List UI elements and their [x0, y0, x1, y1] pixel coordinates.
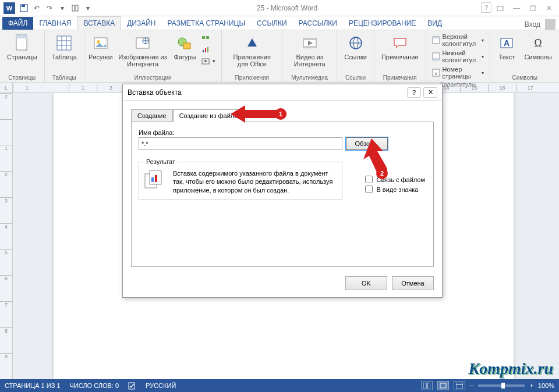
status-page[interactable]: СТРАНИЦА 1 ИЗ 1 [5, 382, 61, 389]
view-print-icon[interactable] [437, 381, 449, 390]
chart-button[interactable] [200, 44, 217, 55]
pictures-button[interactable]: Рисунки [89, 33, 112, 62]
zoom-in-icon[interactable]: + [529, 382, 533, 389]
page-number-icon: # [432, 68, 440, 77]
svg-point-14 [97, 40, 100, 44]
svg-rect-27 [303, 38, 316, 40]
group-illustrations: Рисунки Изображения из Интернета Фигуры … [84, 30, 222, 82]
tab-insert[interactable]: ВСТАВКА [77, 16, 121, 30]
tab-file[interactable]: ФАЙЛ [2, 17, 33, 30]
svg-rect-19 [202, 36, 205, 39]
shapes-button[interactable]: Фигуры [173, 33, 196, 62]
online-video-button[interactable]: Видео из Интернета [287, 33, 332, 69]
zoom-level[interactable]: 100% [538, 382, 554, 389]
view-read-icon[interactable] [421, 381, 433, 390]
ribbon-display-icon[interactable] [493, 2, 508, 14]
avatar-icon [545, 19, 556, 30]
smartart-icon [201, 33, 210, 42]
svg-rect-7 [16, 35, 27, 38]
screenshot-button[interactable]: ▾ [200, 56, 217, 66]
help-icon[interactable]: ? [481, 2, 491, 13]
maximize-icon[interactable] [525, 2, 540, 14]
svg-rect-48 [440, 383, 446, 388]
title-bar: W ↶ ↷ ▾ ▾ 25 - Microsoft Word ? — ✕ [0, 0, 559, 16]
pages-button[interactable]: Страницы [5, 33, 40, 62]
table-button[interactable]: Таблица [49, 33, 79, 62]
annotation-arrow-1: 1 [231, 104, 289, 124]
tab-references[interactable]: ССЫЛКИ [251, 17, 292, 30]
close-icon[interactable]: ✕ [542, 2, 557, 14]
symbols-button[interactable]: Ω Символы [522, 33, 554, 62]
watermark: Kompmix.ru [469, 359, 553, 378]
filename-input[interactable] [139, 137, 342, 150]
undo-icon[interactable]: ↶ [31, 3, 42, 13]
dialog-tab-create[interactable]: Создание [131, 109, 173, 122]
vertical-ruler[interactable]: 2123456789 [0, 93, 13, 379]
ribbon: Страницы Страницы Таблица Таблицы Рисунк… [0, 30, 559, 83]
tab-design[interactable]: ДИЗАЙН [121, 17, 161, 30]
footer-button[interactable]: Нижний колонтитул▾ [431, 49, 486, 64]
pictures-icon [91, 34, 110, 52]
apps-button[interactable]: Приложения для Office [227, 33, 277, 69]
group-comments: Примечание Примечания [374, 30, 426, 82]
qat-dropdown-icon[interactable]: ▾ [83, 3, 93, 13]
ruler-corner: L [0, 83, 13, 93]
group-links: Ссылки Ссылки [337, 30, 374, 82]
svg-rect-5 [530, 6, 535, 10]
svg-rect-22 [205, 48, 206, 52]
svg-rect-3 [76, 5, 78, 11]
result-icon [144, 169, 167, 190]
annotation-badge-2: 2 [376, 168, 388, 179]
zoom-slider[interactable] [478, 384, 525, 387]
redo-icon[interactable]: ↷ [44, 3, 55, 13]
page-number-button[interactable]: #Номер страницы▾ [431, 65, 486, 80]
apps-icon [243, 34, 261, 52]
tab-review[interactable]: РЕЦЕНЗИРОВАНИЕ [343, 17, 422, 30]
chart-icon [201, 45, 210, 54]
text-button[interactable]: A Текст [495, 33, 518, 62]
dialog-help-icon[interactable]: ? [407, 87, 421, 98]
status-proofing-icon[interactable] [128, 382, 136, 390]
minimize-icon[interactable]: — [509, 2, 524, 14]
svg-rect-23 [207, 47, 208, 52]
group-pages: Страницы Страницы [0, 30, 45, 82]
online-video-icon [300, 34, 319, 52]
dialog-close-icon[interactable]: ✕ [423, 87, 437, 98]
window-controls: ? — ✕ [481, 2, 557, 14]
signin-area[interactable]: Вход [525, 19, 556, 30]
ok-button[interactable]: OK [345, 276, 387, 290]
status-words[interactable]: ЧИСЛО СЛОВ: 0 [70, 382, 119, 389]
svg-rect-21 [203, 50, 204, 52]
status-language[interactable]: РУССКИЙ [146, 382, 176, 389]
smartart-button[interactable] [200, 33, 217, 43]
cancel-button[interactable]: Отмена [392, 276, 434, 290]
tab-mailings[interactable]: РАССЫЛКИ [293, 17, 343, 30]
header-icon [432, 35, 440, 45]
status-bar: СТРАНИЦА 1 ИЗ 1 ЧИСЛО СЛОВ: 0 РУССКИЙ − … [0, 379, 559, 392]
svg-text:Ω: Ω [534, 37, 542, 49]
table-icon [55, 34, 73, 52]
tab-view[interactable]: ВИД [422, 17, 448, 30]
zoom-out-icon[interactable]: − [470, 382, 473, 389]
view-web-icon[interactable] [454, 381, 465, 390]
svg-rect-46 [423, 383, 426, 389]
annotation-badge-1: 1 [275, 108, 286, 120]
svg-rect-33 [433, 37, 440, 38]
qat-menu-icon[interactable]: ▾ [57, 3, 68, 13]
save-icon[interactable] [19, 3, 29, 13]
touch-mode-icon[interactable] [70, 3, 80, 13]
links-button[interactable]: Ссылки [342, 33, 369, 62]
online-pictures-button[interactable]: Изображения из Интернета [116, 33, 170, 69]
annotation-arrow-2: 2 [360, 138, 401, 179]
svg-text:#: # [434, 71, 437, 76]
display-as-icon-checkbox[interactable]: В виде значка [365, 186, 425, 193]
svg-rect-8 [57, 36, 71, 50]
dialog-title-bar[interactable]: Вставка объекта ? ✕ [123, 84, 442, 101]
header-button[interactable]: Верхний колонтитул▾ [431, 33, 486, 48]
comment-button[interactable]: Примечание [379, 33, 421, 62]
textbox-icon: A [497, 34, 516, 52]
group-headerfooter: Верхний колонтитул▾ Нижний колонтитул▾ #… [426, 30, 491, 82]
symbols-icon: Ω [529, 34, 547, 52]
tab-layout[interactable]: РАЗМЕТКА СТРАНИЦЫ [162, 17, 252, 30]
tab-home[interactable]: ГЛАВНАЯ [33, 17, 77, 30]
